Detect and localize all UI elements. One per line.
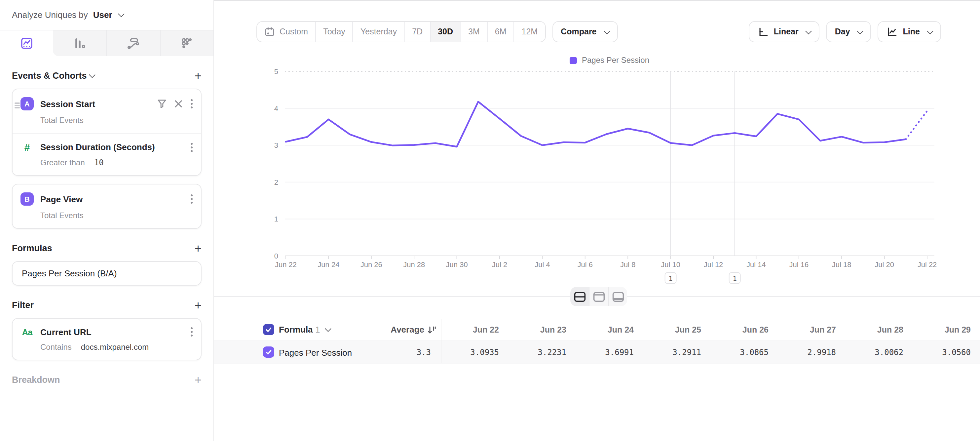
- x-axis-tick-label: Jul 18: [832, 261, 851, 269]
- table-header-row: Formula 1 Average Jun 22Jun 23Jun 24Jun …: [214, 319, 980, 341]
- x-axis-tick-label: Jul 10: [661, 261, 680, 269]
- filter-row-current-url[interactable]: Aa Current URL Contains docs.mixpanel.co…: [13, 319, 201, 360]
- filter-section-title: Filter: [12, 300, 34, 310]
- filter-value[interactable]: docs.mixpanel.com: [81, 342, 149, 352]
- svg-text:1: 1: [733, 274, 737, 282]
- filter-operator[interactable]: Greater than: [40, 158, 85, 167]
- x-axis-tick-label: Jul 2: [492, 261, 507, 269]
- tab-retention[interactable]: [160, 30, 214, 56]
- filter-property-title[interactable]: Current URL: [40, 327, 92, 337]
- tab-funnels[interactable]: [53, 30, 107, 56]
- line-chart[interactable]: 01234511Jun 22Jun 24Jun 26Jun 28Jun 30Ju…: [214, 0, 980, 286]
- filter-operator[interactable]: Contains: [40, 342, 72, 352]
- drag-handle-icon[interactable]: [14, 101, 20, 110]
- event-badge-a: A: [21, 97, 34, 110]
- filter-funnel-icon[interactable]: [157, 99, 167, 108]
- kebab-menu-icon[interactable]: [190, 142, 193, 153]
- date-column-header[interactable]: Jun 27: [778, 319, 845, 341]
- formula-column-header[interactable]: Formula 1: [279, 319, 331, 341]
- y-axis-tick-label: 2: [274, 178, 278, 186]
- table-column-divider: [441, 319, 441, 363]
- filter-section-header: Filter +: [12, 300, 202, 310]
- x-axis-tick-label: Jun 26: [361, 261, 382, 269]
- annotation-badge[interactable]: 1: [665, 272, 676, 283]
- y-axis-tick-label: 5: [274, 67, 278, 76]
- table-cell-value: 3.0062: [845, 341, 913, 364]
- x-axis-tick-label: Jun 28: [403, 261, 425, 269]
- event-card-session-start: A Session Start: [12, 89, 202, 176]
- event-badge-b: B: [21, 193, 34, 205]
- formula-card[interactable]: Pages Per Session (B/A): [12, 261, 202, 286]
- property-filter-row-session-duration[interactable]: # Session Duration (Seconds) Greater tha…: [13, 134, 201, 175]
- table-cell-value: 3.0560: [913, 341, 980, 364]
- layout-chart-only-icon[interactable]: [589, 287, 608, 306]
- add-formula-button[interactable]: +: [195, 244, 202, 253]
- report-type-tabs: [0, 30, 213, 56]
- flows-icon: [126, 37, 140, 50]
- results-table: Formula 1 Average Jun 22Jun 23Jun 24Jun …: [214, 319, 980, 364]
- kebab-menu-icon[interactable]: [190, 194, 193, 204]
- event-row-session-start[interactable]: A Session Start: [13, 89, 201, 133]
- table-cell-value: 3.0935: [441, 341, 508, 364]
- annotation-badge[interactable]: 1: [729, 272, 740, 283]
- select-all-checkbox[interactable]: [263, 324, 274, 335]
- x-axis-tick-label: Jul 4: [535, 261, 550, 269]
- sidebar-content: Events & Cohorts + A Session Start: [0, 71, 213, 385]
- close-icon[interactable]: [175, 100, 182, 108]
- event-measurement[interactable]: Total Events: [40, 116, 84, 125]
- x-axis-tick-label: Jun 24: [318, 261, 339, 269]
- event-row-page-view[interactable]: B Page View Total Events: [13, 185, 201, 228]
- event-title[interactable]: Session Start: [40, 99, 95, 109]
- events-section-title[interactable]: Events & Cohorts: [12, 71, 95, 81]
- date-column-header[interactable]: Jun 29: [913, 319, 980, 341]
- events-section-header: Events & Cohorts +: [12, 71, 202, 81]
- retention-dots-icon: [180, 37, 194, 50]
- event-card-page-view: B Page View Total Events: [12, 184, 202, 229]
- x-axis-tick-label: Jul 6: [578, 261, 593, 269]
- string-property-icon: Aa: [21, 327, 34, 337]
- kebab-menu-icon[interactable]: [190, 326, 193, 337]
- x-axis-tick-label: Jun 30: [446, 261, 468, 269]
- date-column-header[interactable]: Jun 24: [576, 319, 643, 341]
- analyze-bar: Analyze Uniques by User: [0, 0, 213, 30]
- event-measurement[interactable]: Total Events: [40, 211, 84, 220]
- insights-line-chart-icon: [19, 37, 33, 50]
- x-axis-tick-label: Jul 16: [789, 261, 808, 269]
- add-filter-button[interactable]: +: [195, 301, 202, 310]
- event-title[interactable]: Page View: [40, 194, 83, 204]
- funnels-bars-icon: [73, 37, 87, 50]
- add-event-button[interactable]: +: [195, 71, 202, 80]
- kebab-menu-icon[interactable]: [190, 99, 193, 109]
- row-checkbox[interactable]: [263, 347, 274, 358]
- date-column-header[interactable]: Jun 28: [845, 319, 913, 341]
- table-cell-value: 2.9918: [778, 341, 845, 364]
- table-cell-value: 3.6991: [576, 341, 643, 364]
- row-average-value: 3.3: [417, 341, 431, 364]
- add-breakdown-button[interactable]: +: [195, 375, 202, 384]
- y-axis-tick-label: 1: [274, 215, 278, 223]
- series-line-incomplete-segment: [906, 111, 927, 139]
- tab-insights[interactable]: [0, 30, 53, 56]
- report-main-area: Custom Today Yesterday 7D 30D 3M 6M 12M …: [214, 0, 980, 441]
- date-column-header[interactable]: Jun 22: [441, 319, 508, 341]
- layout-table-only-icon[interactable]: [608, 287, 627, 306]
- chevron-down-icon: [325, 325, 332, 332]
- date-column-header[interactable]: Jun 25: [643, 319, 710, 341]
- date-column-header[interactable]: Jun 26: [710, 319, 778, 341]
- x-axis-tick-label: Jul 22: [918, 261, 937, 269]
- average-column-header[interactable]: Average: [391, 319, 436, 341]
- tab-flows[interactable]: [106, 30, 160, 56]
- layout-split-icon[interactable]: [570, 287, 589, 306]
- breakdown-section-header: Breakdown +: [12, 375, 202, 385]
- property-title[interactable]: Session Duration (Seconds): [40, 142, 155, 152]
- x-axis-tick-label: Jul 14: [746, 261, 766, 269]
- y-axis-tick-label: 3: [274, 141, 278, 150]
- formulas-section-title: Formulas: [12, 243, 52, 253]
- filter-value[interactable]: 10: [94, 158, 104, 167]
- table-row-pages-per-session[interactable]: Pages Per Session 3.3 3.09353.22313.6991…: [214, 341, 980, 364]
- analyze-by-dropdown[interactable]: User: [93, 10, 112, 20]
- table-cell-value: 3.2911: [643, 341, 710, 364]
- date-column-header[interactable]: Jun 23: [508, 319, 576, 341]
- x-axis-tick-label: Jul 12: [704, 261, 723, 269]
- chevron-down-icon: [118, 11, 124, 17]
